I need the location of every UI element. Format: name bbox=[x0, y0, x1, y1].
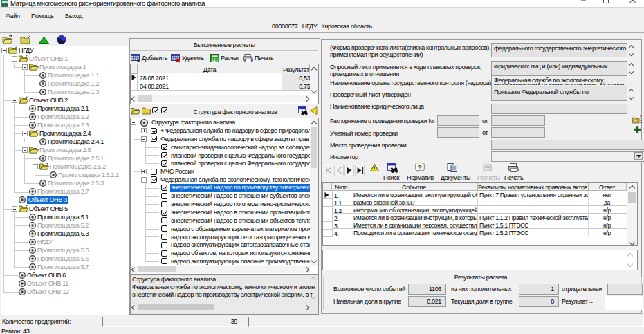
svg-text:?: ? bbox=[418, 163, 422, 171]
